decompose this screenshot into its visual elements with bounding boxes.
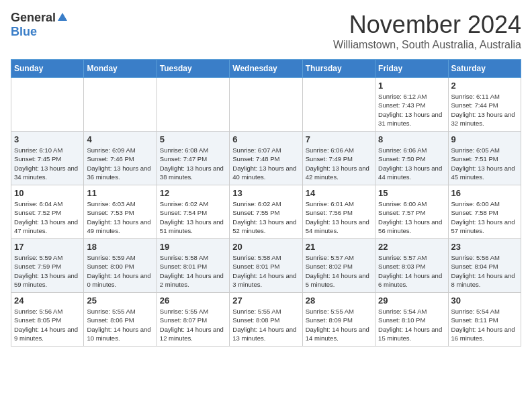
day-number: 15 xyxy=(378,188,445,198)
day-number: 17 xyxy=(14,242,81,252)
day-info: Sunrise: 6:11 AMSunset: 7:44 PMDaylight:… xyxy=(451,92,518,128)
day-cell: 5Sunrise: 6:08 AMSunset: 7:47 PMDaylight… xyxy=(157,132,229,185)
day-cell xyxy=(157,78,229,132)
day-cell: 7Sunrise: 6:06 AMSunset: 7:49 PMDaylight… xyxy=(302,132,375,185)
day-number: 25 xyxy=(87,295,153,306)
day-cell: 4Sunrise: 6:09 AMSunset: 7:46 PMDaylight… xyxy=(84,132,157,185)
col-header-tuesday: Tuesday xyxy=(157,60,229,78)
col-header-monday: Monday xyxy=(84,60,157,78)
day-cell: 2Sunrise: 6:11 AMSunset: 7:44 PMDaylight… xyxy=(448,78,521,132)
week-row-3: 10Sunrise: 6:04 AMSunset: 7:52 PMDayligh… xyxy=(11,185,521,239)
day-cell: 1Sunrise: 6:12 AMSunset: 7:43 PMDaylight… xyxy=(375,78,448,132)
day-number: 27 xyxy=(232,295,299,306)
day-info: Sunrise: 6:03 AMSunset: 7:53 PMDaylight:… xyxy=(87,199,153,235)
page-header: General Blue November 2024 Williamstown,… xyxy=(11,11,521,51)
day-number: 19 xyxy=(160,242,226,252)
logo-icon xyxy=(56,11,69,24)
day-cell xyxy=(302,78,375,132)
day-cell: 11Sunrise: 6:03 AMSunset: 7:53 PMDayligh… xyxy=(84,185,157,239)
day-number: 20 xyxy=(232,242,299,252)
day-info: Sunrise: 5:55 AMSunset: 8:09 PMDaylight:… xyxy=(306,307,372,342)
day-info: Sunrise: 6:00 AMSunset: 7:57 PMDaylight:… xyxy=(378,199,445,235)
day-info: Sunrise: 5:54 AMSunset: 8:11 PMDaylight:… xyxy=(451,307,518,342)
day-cell: 23Sunrise: 5:56 AMSunset: 8:04 PMDayligh… xyxy=(448,239,521,293)
day-cell xyxy=(11,78,84,132)
day-cell: 14Sunrise: 6:01 AMSunset: 7:56 PMDayligh… xyxy=(302,185,375,239)
day-cell xyxy=(84,78,157,132)
day-number: 24 xyxy=(14,295,81,306)
week-row-2: 3Sunrise: 6:10 AMSunset: 7:45 PMDaylight… xyxy=(11,132,521,185)
day-number: 26 xyxy=(160,295,226,306)
day-number: 29 xyxy=(378,295,445,306)
day-info: Sunrise: 5:55 AMSunset: 8:08 PMDaylight:… xyxy=(232,307,299,342)
day-number: 22 xyxy=(378,242,445,252)
day-number: 5 xyxy=(160,134,226,144)
day-info: Sunrise: 6:10 AMSunset: 7:45 PMDaylight:… xyxy=(14,146,81,181)
day-number: 10 xyxy=(14,188,81,198)
day-info: Sunrise: 5:56 AMSunset: 8:04 PMDaylight:… xyxy=(451,253,518,289)
day-number: 30 xyxy=(451,295,518,306)
col-header-saturday: Saturday xyxy=(448,60,521,78)
day-number: 11 xyxy=(87,188,153,198)
day-cell: 21Sunrise: 5:57 AMSunset: 8:02 PMDayligh… xyxy=(302,239,375,293)
day-info: Sunrise: 6:07 AMSunset: 7:48 PMDaylight:… xyxy=(232,146,299,181)
day-number: 2 xyxy=(451,81,518,91)
day-number: 6 xyxy=(232,134,299,144)
day-info: Sunrise: 5:56 AMSunset: 8:05 PMDaylight:… xyxy=(14,307,81,342)
col-header-friday: Friday xyxy=(375,60,448,78)
day-number: 23 xyxy=(451,242,518,252)
svg-marker-0 xyxy=(58,13,67,21)
day-info: Sunrise: 5:54 AMSunset: 8:10 PMDaylight:… xyxy=(378,307,445,342)
day-number: 16 xyxy=(451,188,518,198)
day-info: Sunrise: 6:01 AMSunset: 7:56 PMDaylight:… xyxy=(306,199,372,235)
day-cell: 25Sunrise: 5:55 AMSunset: 8:06 PMDayligh… xyxy=(84,293,157,347)
day-info: Sunrise: 6:08 AMSunset: 7:47 PMDaylight:… xyxy=(160,146,226,181)
day-info: Sunrise: 5:58 AMSunset: 8:01 PMDaylight:… xyxy=(160,253,226,289)
day-number: 12 xyxy=(160,188,226,198)
day-cell: 29Sunrise: 5:54 AMSunset: 8:10 PMDayligh… xyxy=(375,293,448,347)
day-info: Sunrise: 6:06 AMSunset: 7:50 PMDaylight:… xyxy=(378,146,445,181)
day-info: Sunrise: 6:00 AMSunset: 7:58 PMDaylight:… xyxy=(451,199,518,235)
logo: General Blue xyxy=(11,11,69,39)
col-header-sunday: Sunday xyxy=(11,60,84,78)
day-info: Sunrise: 6:02 AMSunset: 7:54 PMDaylight:… xyxy=(160,199,226,235)
day-info: Sunrise: 6:04 AMSunset: 7:52 PMDaylight:… xyxy=(14,199,81,235)
day-cell: 30Sunrise: 5:54 AMSunset: 8:11 PMDayligh… xyxy=(448,293,521,347)
day-number: 14 xyxy=(306,188,372,198)
day-info: Sunrise: 6:05 AMSunset: 7:51 PMDaylight:… xyxy=(451,146,518,181)
day-cell: 17Sunrise: 5:59 AMSunset: 7:59 PMDayligh… xyxy=(11,239,84,293)
day-cell: 22Sunrise: 5:57 AMSunset: 8:03 PMDayligh… xyxy=(375,239,448,293)
day-cell: 12Sunrise: 6:02 AMSunset: 7:54 PMDayligh… xyxy=(157,185,229,239)
title-block: November 2024 Williamstown, South Austra… xyxy=(333,11,521,51)
day-number: 4 xyxy=(87,134,153,144)
day-info: Sunrise: 5:59 AMSunset: 7:59 PMDaylight:… xyxy=(14,253,81,289)
day-info: Sunrise: 5:59 AMSunset: 8:00 PMDaylight:… xyxy=(87,253,153,289)
logo-blue-text: Blue xyxy=(11,25,37,39)
day-cell: 28Sunrise: 5:55 AMSunset: 8:09 PMDayligh… xyxy=(302,293,375,347)
day-info: Sunrise: 5:58 AMSunset: 8:01 PMDaylight:… xyxy=(232,253,299,289)
day-info: Sunrise: 6:06 AMSunset: 7:49 PMDaylight:… xyxy=(306,146,372,181)
week-row-1: 1Sunrise: 6:12 AMSunset: 7:43 PMDaylight… xyxy=(11,78,521,132)
location-title: Williamstown, South Australia, Australia xyxy=(333,39,521,51)
day-number: 3 xyxy=(14,134,81,144)
day-cell: 8Sunrise: 6:06 AMSunset: 7:50 PMDaylight… xyxy=(375,132,448,185)
day-cell: 16Sunrise: 6:00 AMSunset: 7:58 PMDayligh… xyxy=(448,185,521,239)
day-cell: 3Sunrise: 6:10 AMSunset: 7:45 PMDaylight… xyxy=(11,132,84,185)
day-number: 7 xyxy=(306,134,372,144)
day-info: Sunrise: 5:55 AMSunset: 8:06 PMDaylight:… xyxy=(87,307,153,342)
day-cell: 20Sunrise: 5:58 AMSunset: 8:01 PMDayligh… xyxy=(230,239,302,293)
col-header-wednesday: Wednesday xyxy=(230,60,302,78)
day-info: Sunrise: 6:02 AMSunset: 7:55 PMDaylight:… xyxy=(232,199,299,235)
day-number: 13 xyxy=(232,188,299,198)
day-cell: 9Sunrise: 6:05 AMSunset: 7:51 PMDaylight… xyxy=(448,132,521,185)
col-header-thursday: Thursday xyxy=(302,60,375,78)
calendar-table: SundayMondayTuesdayWednesdayThursdayFrid… xyxy=(11,59,521,347)
day-cell: 27Sunrise: 5:55 AMSunset: 8:08 PMDayligh… xyxy=(230,293,302,347)
day-info: Sunrise: 5:55 AMSunset: 8:07 PMDaylight:… xyxy=(160,307,226,342)
day-cell: 26Sunrise: 5:55 AMSunset: 8:07 PMDayligh… xyxy=(157,293,229,347)
day-cell: 6Sunrise: 6:07 AMSunset: 7:48 PMDaylight… xyxy=(230,132,302,185)
day-info: Sunrise: 6:09 AMSunset: 7:46 PMDaylight:… xyxy=(87,146,153,181)
day-number: 8 xyxy=(378,134,445,144)
header-row: SundayMondayTuesdayWednesdayThursdayFrid… xyxy=(11,60,521,78)
day-cell: 13Sunrise: 6:02 AMSunset: 7:55 PMDayligh… xyxy=(230,185,302,239)
